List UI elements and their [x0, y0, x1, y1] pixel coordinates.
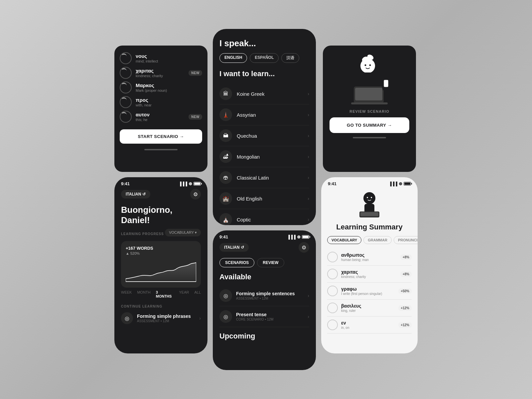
vocab-item[interactable]: προς with, near [120, 95, 202, 109]
chinese-pill[interactable]: 汉语 [281, 53, 299, 63]
vocabulary-summary-tab[interactable]: VOCABULARY [327, 236, 361, 244]
summary-body: Learning Summary VOCABULARY GRAMMAR PRON… [321, 189, 418, 339]
chevron-right-icon: › [308, 196, 309, 201]
lang-selector-row: ITALIAN ↺ ⚙ [121, 189, 201, 200]
scenario-item[interactable]: ◎ Present tense CORE SCENARIO • 12M › [219, 306, 309, 327]
speak-card: I speak... ENGLISH ESPAÑOL 汉语 I want to … [213, 29, 316, 225]
review-home-indicator [353, 137, 386, 138]
english-pill[interactable]: ENGLISH [219, 53, 247, 63]
settings-button[interactable]: ⚙ [190, 189, 201, 200]
scenario-icon: ◎ [219, 310, 232, 323]
svg-rect-6 [360, 72, 375, 87]
language-item[interactable]: 🏛 Koine Greek › [219, 83, 309, 104]
year-tab[interactable]: YEAR [179, 290, 189, 298]
scenario-meta: CORE SCENARIO • 12M [236, 318, 304, 321]
lang-icon: ⛪ [219, 213, 232, 225]
scenarios-lang-selector[interactable]: ITALIAN ↺ [219, 243, 249, 252]
vocab-word: αυτον [136, 112, 185, 117]
chart-svg [126, 258, 196, 285]
summary-def: kindness; charity [341, 275, 397, 279]
vocabulary-filter[interactable]: VOCABULARY ▾ [165, 229, 201, 236]
scenarios-dropdown-icon: ↺ [241, 245, 244, 250]
summary-wifi-icon: ⊛ [399, 181, 402, 186]
chevron-right-icon: › [199, 316, 201, 321]
three-months-tab[interactable]: 3 MONTHS [156, 290, 174, 298]
italian-body: ITALIAN ↺ ⚙ Buongiorno, Daniel! LEARNING… [114, 189, 207, 333]
words-count: +167 WORDS [126, 246, 196, 251]
summary-word: ανθρωπος [341, 252, 397, 258]
start-scenario-button[interactable]: START SCENARIO → [120, 129, 202, 144]
month-tab[interactable]: MONTH [137, 290, 150, 298]
progress-badge: +12% [398, 305, 412, 311]
new-badge: NEW [189, 70, 202, 76]
summary-circle [327, 303, 338, 313]
percentage-label: ▲ 520% [126, 251, 196, 255]
summary-def: in, on [341, 326, 395, 330]
summary-def: I write (first person singular) [341, 292, 395, 296]
scenarios-settings-button[interactable]: ⚙ [299, 242, 309, 253]
chevron-right-icon: › [308, 175, 309, 180]
lesson-info: Forming simple phrases ASSESSMENT • 12M [137, 314, 195, 323]
svg-point-12 [367, 197, 368, 198]
goto-summary-button[interactable]: GO TO SUMMARY → [330, 117, 409, 133]
summary-word: βασιλευς [341, 303, 395, 309]
language-item[interactable]: 🏰 Old English › [219, 188, 309, 209]
language-item[interactable]: 🏔 Quechua › [219, 125, 309, 146]
summary-word-item: γραφω I write (first person singular) +5… [327, 283, 412, 300]
language-selector[interactable]: ITALIAN ↺ [121, 190, 150, 199]
continue-label: CONTINUE LEARNING [121, 305, 162, 308]
week-tab[interactable]: WEEK [121, 290, 132, 298]
scenario-item[interactable]: ◎ Forming simple sentences ASSESSMENT • … [219, 285, 309, 306]
lang-name: Coptic [237, 217, 303, 222]
summary-title: Learning Summary [327, 223, 412, 231]
summary-word-list: ανθρωπος human being; man +8% χαριτας ki… [327, 249, 412, 333]
vocab-def: kindness; charity [136, 74, 185, 78]
right-column: REVIEW SCENARIO GO TO SUMMARY → 9:41 ▐▐▐… [321, 46, 418, 353]
scenarios-battery-icon [302, 235, 309, 239]
scenarios-tab[interactable]: SCENARIOS [219, 258, 254, 267]
scenario-meta: ASSESSMENT • 12M [236, 297, 304, 300]
lang-icon: 🗼 [219, 108, 232, 121]
grammar-summary-tab[interactable]: GRAMMAR [363, 236, 392, 244]
continue-item[interactable]: ◎ Forming simple phrases ASSESSMENT • 12… [121, 309, 201, 328]
summary-circle [327, 320, 338, 330]
vocab-word: Μαρκος [136, 82, 202, 88]
scenarios-wifi-icon: ⊛ [297, 234, 301, 239]
vocab-item[interactable]: χαριτας kindness; charity NEW [120, 66, 202, 80]
vocab-def: this; he [136, 118, 185, 122]
vocab-text: αυτον this; he [136, 112, 185, 122]
new-badge: NEW [189, 114, 202, 120]
lesson-name: Forming simple phrases [137, 314, 195, 319]
chevron-right-icon: › [308, 112, 309, 117]
vocab-item[interactable]: νους mind; intellect [120, 51, 202, 66]
lang-name: Mongolian [237, 154, 303, 160]
review-tab[interactable]: REVIEW [257, 258, 284, 267]
vocab-circle [120, 81, 132, 93]
language-item[interactable]: 🏟 Classical Latin › [219, 167, 309, 188]
progress-badge: +12% [398, 322, 412, 328]
language-item[interactable]: 🗼 Assyrian › [219, 104, 309, 125]
svg-point-5 [369, 64, 371, 66]
scenario-info: Forming simple sentences ASSESSMENT • 12… [236, 291, 304, 300]
wifi-icon: ⊛ [189, 181, 192, 186]
scenarios-status-icons: ▐▐▐ ⊛ [287, 234, 309, 239]
progress-badge: +8% [400, 254, 412, 260]
language-item[interactable]: 🏕 Mongolian › [219, 146, 309, 167]
scenario-icon: ◎ [219, 289, 232, 302]
learn-title: I want to learn... [219, 69, 309, 78]
chevron-right-icon: › [308, 133, 309, 138]
summary-tabs: VOCABULARY GRAMMAR PRONUNCIATION [327, 236, 412, 244]
summary-word-text: γραφω I write (first person singular) [341, 286, 395, 296]
vocab-def: with, near [136, 103, 202, 107]
pronunciation-summary-tab[interactable]: PRONUNCIATION [394, 236, 418, 244]
summary-word: γραφω [341, 286, 395, 292]
language-item[interactable]: ⛪ Coptic › [219, 209, 309, 225]
vocab-item[interactable]: αυτον this; he NEW [120, 109, 202, 124]
summary-word-item: βασιλευς king, ruler +12% [327, 300, 412, 317]
summary-card: 9:41 ▐▐▐ ⊛ [321, 177, 418, 353]
signal-icon: ▐▐▐ [179, 182, 187, 186]
vocab-item[interactable]: Μαρκος Mark (proper noun) [120, 80, 202, 95]
all-tab[interactable]: ALL [194, 290, 201, 298]
espanol-pill[interactable]: ESPAÑOL [250, 53, 279, 63]
lang-name: Classical Latin [237, 175, 303, 181]
